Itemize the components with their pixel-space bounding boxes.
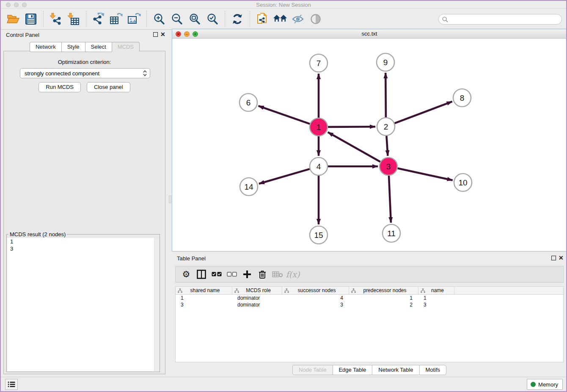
task-history-button[interactable] <box>5 379 18 390</box>
vertical-split-grip[interactable] <box>169 196 171 203</box>
home-houses-icon <box>273 14 287 25</box>
export-table-button[interactable] <box>109 11 124 27</box>
edge-1-6[interactable] <box>259 106 310 124</box>
memory-status-icon <box>531 382 536 387</box>
first-neighbors-button[interactable] <box>272 11 288 27</box>
table-toolbar: ⚙ f(x) <box>175 266 564 283</box>
attribute-tree-icon <box>234 288 239 293</box>
edge-2-3[interactable] <box>386 136 388 156</box>
attribute-tree-icon <box>178 288 182 293</box>
column-header-shared-name[interactable]: shared name <box>176 287 232 294</box>
import-network-button[interactable] <box>48 11 63 27</box>
node-label: 7 <box>317 59 321 68</box>
edge-2-8[interactable] <box>395 102 452 123</box>
search-box[interactable] <box>438 14 562 25</box>
table-row[interactable]: 1dominator411 <box>176 295 563 301</box>
import-network-icon <box>50 13 62 25</box>
edge-3-10[interactable] <box>398 168 453 180</box>
graph-node-3[interactable]: 3 <box>380 157 397 175</box>
graph-node-4[interactable]: 4 <box>310 157 328 175</box>
deselect-all-button[interactable] <box>226 268 238 281</box>
memory-button[interactable]: Memory <box>527 379 563 390</box>
tab-motifs[interactable]: Motifs <box>419 365 446 375</box>
mac-titlebar: Session: New Session <box>1 1 566 8</box>
control-panel-header: Control Panel ✕ <box>1 30 168 41</box>
graph-node-11[interactable]: 11 <box>383 224 400 242</box>
column-panel-button[interactable] <box>195 268 208 281</box>
edge-1-2[interactable] <box>328 127 375 127</box>
mcds-result-textarea[interactable]: 13 <box>7 238 159 371</box>
import-table-button[interactable] <box>66 11 81 27</box>
optimization-criterion-label: Optimization criterion: <box>4 59 165 65</box>
search-input[interactable] <box>450 17 561 22</box>
tab-style[interactable]: Style <box>61 42 85 52</box>
export-table-icon <box>110 13 123 25</box>
delete-table-button[interactable] <box>271 268 284 281</box>
graph-node-10[interactable]: 10 <box>454 174 472 191</box>
close-panel-button[interactable]: Close panel <box>87 82 130 92</box>
edge-4-14[interactable] <box>259 169 310 184</box>
edge-2-9[interactable] <box>385 73 386 117</box>
add-row-button[interactable] <box>241 268 253 281</box>
save-session-button[interactable] <box>23 11 39 27</box>
control-panel-tabs: NetworkStyleSelectMCDS <box>1 42 168 52</box>
graph-node-14[interactable]: 14 <box>240 178 258 196</box>
tab-network[interactable]: Network <box>30 42 61 52</box>
toolbar-separator <box>250 11 250 27</box>
optimization-criterion-dropdown[interactable]: strongly connected component <box>20 68 150 78</box>
tab-node-table[interactable]: Node Table <box>292 365 333 375</box>
float-panel-icon[interactable] <box>153 32 158 37</box>
zoom-in-button[interactable] <box>151 11 167 27</box>
export-image-button[interactable] <box>127 11 142 27</box>
select-all-button[interactable] <box>210 268 223 281</box>
tab-edge-table[interactable]: Edge Table <box>332 365 372 375</box>
edge-3-1[interactable] <box>328 132 380 162</box>
zoom-fit-button[interactable] <box>187 11 202 27</box>
node-label: 14 <box>244 182 253 191</box>
graph-node-7[interactable]: 7 <box>310 54 328 72</box>
open-folder-icon <box>7 14 19 25</box>
graph-node-1[interactable]: 1 <box>310 118 328 136</box>
column-label: shared name <box>182 287 232 293</box>
table-header-row: shared nameMCDS rolesuccessor nodesprede… <box>176 287 563 295</box>
column-header-name[interactable]: name <box>418 287 454 294</box>
column-header-predecessor-nodes[interactable]: predecessor nodes <box>349 287 418 294</box>
clone-network-button[interactable] <box>255 11 270 27</box>
node-table[interactable]: shared nameMCDS rolesuccessor nodesprede… <box>175 286 564 362</box>
column-label: predecessor nodes <box>356 287 418 293</box>
export-network-button[interactable] <box>91 11 106 27</box>
open-session-button[interactable] <box>6 11 21 27</box>
list-icon <box>8 381 15 387</box>
graph-node-6[interactable]: 6 <box>239 94 257 111</box>
close-table-panel-icon[interactable]: ✕ <box>559 254 564 261</box>
status-bar: Memory <box>1 377 566 391</box>
function-builder-button[interactable]: f(x) <box>286 268 299 281</box>
table-row[interactable]: 3dominator323 <box>176 301 563 308</box>
result-scrollbar[interactable] <box>154 238 159 371</box>
graph-node-8[interactable]: 8 <box>453 89 471 107</box>
tab-network-table[interactable]: Network Table <box>372 365 419 375</box>
hide-selected-button[interactable] <box>290 11 306 27</box>
edge-3-11[interactable] <box>389 176 391 223</box>
float-table-panel-icon[interactable] <box>551 256 556 260</box>
delete-row-button[interactable] <box>256 268 269 281</box>
graph-node-2[interactable]: 2 <box>377 118 395 135</box>
plus-icon <box>243 270 251 279</box>
column-header-MCDS-role[interactable]: MCDS role <box>232 287 282 294</box>
table-settings-button[interactable]: ⚙ <box>180 268 193 281</box>
tab-mcds[interactable]: MCDS <box>112 42 140 52</box>
tab-select[interactable]: Select <box>85 42 112 52</box>
run-mcds-button[interactable]: Run MCDS <box>39 82 81 92</box>
show-graphics-details-button[interactable] <box>308 11 323 27</box>
result-line: 1 <box>7 238 159 245</box>
apply-layout-button[interactable] <box>230 11 245 27</box>
zoom-out-button[interactable] <box>169 11 184 27</box>
export-network-icon <box>92 13 105 25</box>
close-panel-icon[interactable]: ✕ <box>160 31 165 38</box>
column-header-successor-nodes[interactable]: successor nodes <box>282 287 349 294</box>
graph-node-15[interactable]: 15 <box>310 226 328 244</box>
clone-network-icon <box>257 13 268 25</box>
zoom-selected-button[interactable] <box>205 11 220 27</box>
network-canvas[interactable]: 7968124314101511 <box>172 39 567 251</box>
graph-node-9[interactable]: 9 <box>377 53 394 71</box>
